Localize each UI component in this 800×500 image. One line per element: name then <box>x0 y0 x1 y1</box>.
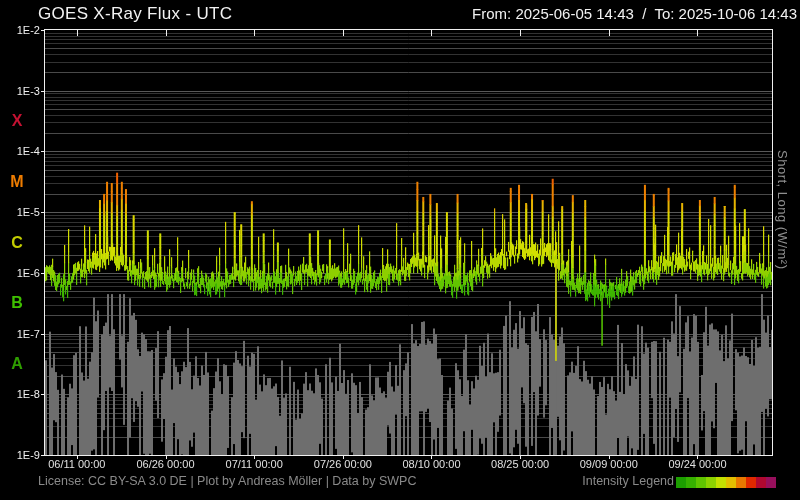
legend-color-block <box>716 477 726 488</box>
date-range: From: 2025-06-05 14:43 / To: 2025-10-06 … <box>472 5 797 22</box>
xray-flux-chart <box>0 0 800 500</box>
y-tick-label: 1E-9 <box>0 449 40 461</box>
x-tick-label: 07/11 00:00 <box>226 458 283 470</box>
flux-class-c: C <box>0 234 34 252</box>
y-tick-label: 1E-3 <box>0 85 40 97</box>
legend-color-block <box>756 477 766 488</box>
flux-class-a: A <box>0 355 34 373</box>
intensity-legend-bar <box>676 477 776 488</box>
x-tick-label: 09/24 00:00 <box>668 458 726 470</box>
y-tick-label: 1E-2 <box>0 24 40 36</box>
legend-color-block <box>706 477 716 488</box>
y-tick-label: 1E-5 <box>0 206 40 218</box>
goes-xray-flux-app: GOES X-Ray Flux - UTC From: 2025-06-05 1… <box>0 0 800 500</box>
legend-color-block <box>766 477 776 488</box>
page-title: GOES X-Ray Flux - UTC <box>38 4 232 24</box>
intensity-legend-label: Intensity Legend <box>582 474 674 488</box>
legend-color-block <box>726 477 736 488</box>
y-tick-label: 1E-8 <box>0 388 40 400</box>
legend-color-block <box>676 477 686 488</box>
legend-color-block <box>736 477 746 488</box>
x-tick-label: 06/26 00:00 <box>136 458 194 470</box>
flux-class-b: B <box>0 294 34 312</box>
x-tick-label: 09/09 00:00 <box>580 458 638 470</box>
x-tick-label: 07/26 00:00 <box>314 458 372 470</box>
x-tick-label: 08/10 00:00 <box>402 458 460 470</box>
y-tick-label: 1E-4 <box>0 145 40 157</box>
x-tick-label: 08/25 00:00 <box>491 458 549 470</box>
legend-color-block <box>686 477 696 488</box>
legend-color-block <box>746 477 756 488</box>
y-tick-label: 1E-7 <box>0 328 40 340</box>
legend-color-block <box>696 477 706 488</box>
x-tick-label: 06/11 00:00 <box>48 458 105 470</box>
y-tick-label: 1E-6 <box>0 267 40 279</box>
license-text: License: CC BY-SA 3.0 DE | Plot by Andre… <box>38 474 416 488</box>
flux-class-x: X <box>0 112 34 130</box>
flux-class-m: M <box>0 173 34 191</box>
right-axis-label: Short, Long (W/m²) <box>775 150 790 370</box>
